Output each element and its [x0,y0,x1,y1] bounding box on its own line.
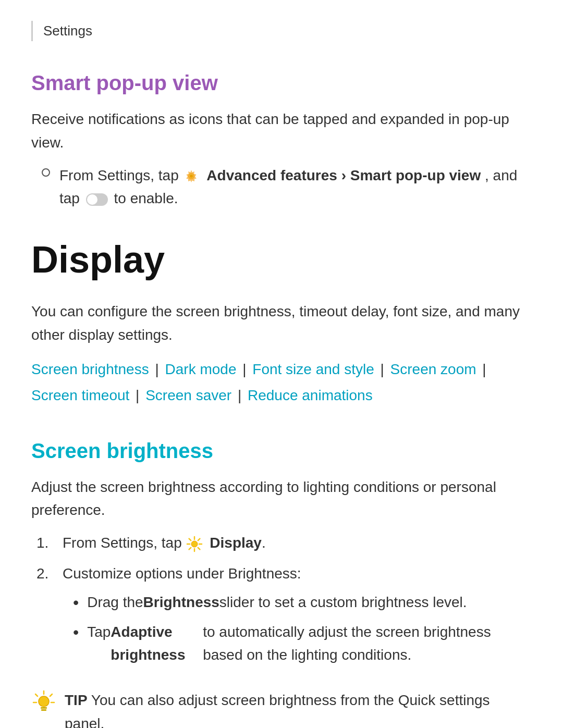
screen-brightness-section: Screen brightness Adjust the screen brig… [31,435,532,728]
step-1-text: From Settings, tap Display. [63,532,266,555]
sub-bullet-2: Tap Adaptive brightness to automatically… [73,621,532,668]
svg-line-9 [198,548,200,550]
smart-popup-section: Smart pop-up view Receive notifications … [31,67,532,211]
svg-line-11 [189,548,191,550]
link-reduce-animations[interactable]: Reduce animations [248,387,373,403]
sep3: | [376,361,388,377]
display-section: Display You can configure the screen bri… [31,231,532,409]
instruction-path: Advanced features › Smart pop-up view [206,167,481,183]
step-2: 2. Customize options under Brightness: D… [36,562,532,673]
display-links: Screen brightness | Dark mode | Font siz… [31,356,532,409]
smart-popup-instruction: From Settings, tap Advanced features › S… [31,164,532,211]
sub-bullets-list: Drag the Brightness slider to set a cust… [63,591,532,667]
svg-point-2 [190,175,193,178]
link-screen-timeout[interactable]: Screen timeout [31,387,129,403]
svg-line-10 [198,538,200,540]
header-label: Settings [43,23,92,39]
svg-rect-18 [41,707,47,709]
link-screen-zoom[interactable]: Screen zoom [390,361,476,377]
svg-rect-19 [41,709,46,711]
svg-line-15 [50,694,52,696]
screen-brightness-title: Screen brightness [31,435,532,466]
link-dark-mode[interactable]: Dark mode [165,361,237,377]
toggle-icon [86,193,108,206]
sep4: | [479,361,486,377]
instruction-prefix: From Settings, tap [59,167,179,183]
link-screen-saver[interactable]: Screen saver [145,387,231,403]
adaptive-brightness-bold: Adaptive brightness [111,621,203,668]
sep5: | [131,387,143,403]
tip-content: TIP You can also adjust screen brightnes… [65,689,532,728]
svg-line-8 [189,538,191,540]
tip-text: You can also adjust screen brightness fr… [65,692,490,728]
page-header: Settings [31,21,532,41]
sep1: | [151,361,163,377]
step-2-content: Customize options under Brightness: Drag… [63,562,532,673]
smart-popup-title: Smart pop-up view [31,67,532,98]
instruction-action: to enable. [114,190,178,206]
brightness-bold: Brightness [143,591,219,614]
steps-list: 1. From Settings, tap Display. [31,532,532,673]
tip-lightbulb-icon [31,690,56,715]
tip-label: TIP [65,692,88,708]
tip-box: TIP You can also adjust screen brightnes… [31,689,532,728]
display-title: Display [31,231,532,288]
smart-popup-description: Receive notifications as icons that can … [31,108,532,155]
display-icon [186,536,203,552]
svg-point-17 [39,696,49,707]
step-2-num: 2. [36,562,63,586]
svg-point-3 [191,541,198,547]
screen-brightness-description: Adjust the screen brightness according t… [31,476,532,523]
step-1-bold: Display [210,535,262,551]
link-font-size[interactable]: Font size and style [252,361,374,377]
display-description: You can configure the screen brightness,… [31,300,532,347]
link-screen-brightness[interactable]: Screen brightness [31,361,149,377]
step-2-text: Customize options under Brightness: [63,565,301,582]
step-1: 1. From Settings, tap Display. [36,532,532,555]
smart-popup-instruction-text: From Settings, tap Advanced features › S… [59,164,532,211]
step-1-num: 1. [36,532,63,555]
bullet-circle-icon [42,168,50,177]
svg-line-14 [35,694,38,696]
sub-bullet-1: Drag the Brightness slider to set a cust… [73,591,532,614]
sep2: | [238,361,250,377]
sep6: | [234,387,246,403]
gear-icon [183,168,200,184]
